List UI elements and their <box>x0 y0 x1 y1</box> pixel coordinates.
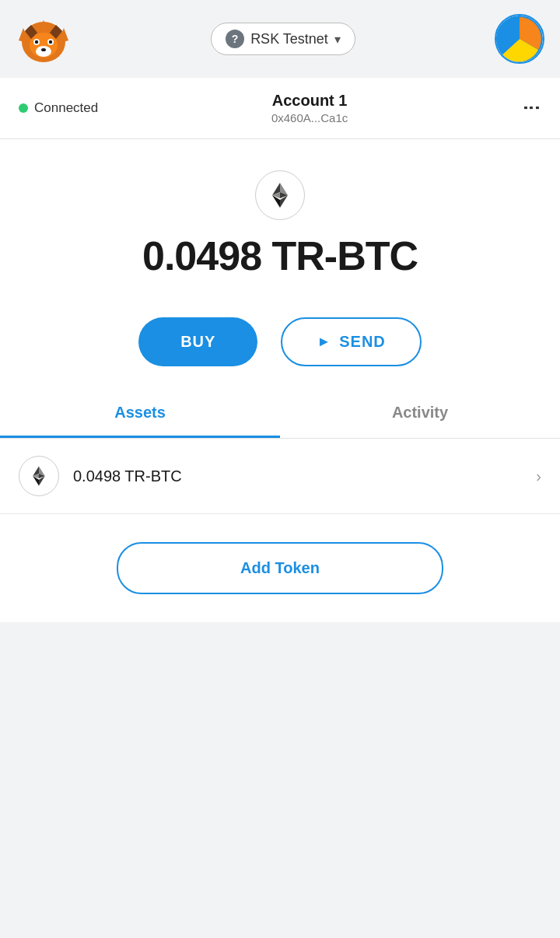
tab-assets[interactable]: Assets <box>0 390 280 438</box>
send-arrow-icon: ► <box>317 334 331 350</box>
network-selector-button[interactable]: ? RSK Testnet ▾ <box>211 23 355 55</box>
assets-list: 0.0498 TR-BTC › <box>0 439 560 514</box>
asset-name: 0.0498 TR-BTC <box>73 467 536 485</box>
asset-chevron-icon: › <box>536 467 541 485</box>
send-button[interactable]: ► SEND <box>281 317 421 366</box>
network-name: RSK Testnet <box>250 31 328 47</box>
connected-label: Connected <box>34 100 98 116</box>
buy-button[interactable]: BUY <box>138 317 257 366</box>
account-address: 0x460A...Ca1c <box>98 111 521 124</box>
asset-eth-icon <box>19 456 59 496</box>
network-question-icon: ? <box>226 30 244 48</box>
header: ? RSK Testnet ▾ <box>0 0 560 78</box>
asset-item[interactable]: 0.0498 TR-BTC › <box>0 439 560 514</box>
tab-activity[interactable]: Activity <box>280 390 560 438</box>
svg-point-5 <box>41 48 46 51</box>
metamask-logo <box>16 11 72 67</box>
avatar[interactable] <box>495 14 544 64</box>
add-token-button[interactable]: Add Token <box>117 542 443 594</box>
tabs: Assets Activity <box>0 390 560 439</box>
balance-amount: 0.0498 TR-BTC <box>142 234 418 278</box>
send-label: SEND <box>339 333 386 351</box>
more-options-button[interactable]: ⋮ <box>521 100 541 117</box>
chevron-down-icon: ▾ <box>334 32 341 47</box>
main-content: 0.0498 TR-BTC BUY ► SEND Assets Activity <box>0 139 560 622</box>
svg-point-9 <box>49 40 52 44</box>
add-token-section: Add Token <box>0 514 560 622</box>
account-info: Account 1 0x460A...Ca1c <box>98 92 521 124</box>
connected-dot-icon <box>19 103 28 113</box>
token-icon <box>255 170 305 220</box>
account-bar: Connected Account 1 0x460A...Ca1c ⋮ <box>0 78 560 139</box>
account-name: Account 1 <box>98 92 521 110</box>
connected-status: Connected <box>19 100 98 116</box>
balance-section: 0.0498 TR-BTC <box>0 155 560 302</box>
svg-point-8 <box>35 40 38 44</box>
action-buttons: BUY ► SEND <box>0 302 560 390</box>
